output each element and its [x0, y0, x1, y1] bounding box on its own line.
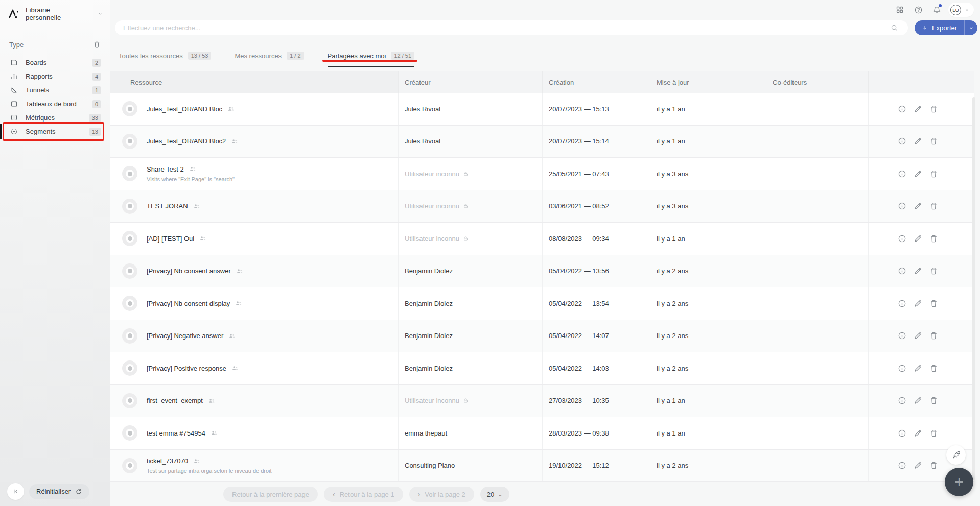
- sidebar-item-m-triques[interactable]: Métriques 33: [0, 111, 110, 125]
- column-header-creator[interactable]: Créateur: [398, 71, 542, 93]
- info-icon[interactable]: [898, 331, 906, 340]
- delete-trash-icon[interactable]: [929, 461, 938, 470]
- sidebar-item-segments[interactable]: Segments 13: [0, 125, 110, 138]
- shared-users-icon: [189, 165, 196, 173]
- pagination-button[interactable]: ‹ Retour à la page 1: [324, 487, 403, 502]
- resource-name[interactable]: [Privacy] Negative answer: [147, 332, 223, 340]
- edit-pencil-icon[interactable]: [914, 461, 922, 470]
- delete-trash-icon[interactable]: [929, 202, 938, 210]
- resource-name[interactable]: [Privacy] Positive response: [147, 365, 226, 372]
- delete-trash-icon[interactable]: [929, 364, 938, 373]
- info-icon[interactable]: [898, 170, 906, 178]
- edit-pencil-icon[interactable]: [914, 137, 922, 146]
- export-button[interactable]: Exporter: [915, 20, 977, 35]
- active-indicator: [0, 124, 2, 139]
- delete-trash-icon[interactable]: [929, 331, 938, 340]
- chevron-down-icon: [98, 11, 103, 16]
- table-row[interactable]: first_event_exempt Utilisateur inconnu: [110, 385, 974, 418]
- tab[interactable]: Toutes les ressources 13 / 53: [119, 52, 211, 67]
- table-row[interactable]: [Privacy] Nb consent answer Benjamin Dio…: [110, 255, 974, 288]
- tab[interactable]: Partagées avec moi 12 / 51: [328, 52, 415, 67]
- resource-name[interactable]: [Privacy] Nb consent display: [147, 300, 230, 307]
- resource-name[interactable]: [Privacy] Nb consent answer: [147, 267, 231, 275]
- creator-name: Benjamin Diolez: [405, 267, 453, 275]
- edit-pencil-icon[interactable]: [914, 202, 922, 210]
- info-icon[interactable]: [898, 364, 906, 373]
- sidebar-item-boards[interactable]: Boards 2: [0, 56, 110, 69]
- table-row[interactable]: [Privacy] Negative answer Benjamin Diole…: [110, 320, 974, 353]
- info-icon[interactable]: [898, 137, 906, 146]
- table-row[interactable]: ticket_737070 Test sur partage intra org…: [110, 450, 974, 483]
- resource-name[interactable]: test emma #754954: [147, 429, 205, 437]
- table-row[interactable]: Jules_Test_OR/AND Bloc2 Jules Rivoal: [110, 126, 974, 158]
- resource-name[interactable]: Jules_Test_OR/AND Bloc2: [147, 137, 226, 145]
- edit-pencil-icon[interactable]: [914, 429, 922, 438]
- vertical-scrollbar[interactable]: [972, 97, 975, 480]
- sidebar-item-count: 0: [92, 100, 101, 108]
- table-row[interactable]: [Privacy] Positive response Benjamin Dio…: [110, 352, 974, 385]
- co-editors-cell: [766, 158, 868, 190]
- edit-pencil-icon[interactable]: [914, 331, 922, 340]
- feedback-rocket-button[interactable]: [946, 445, 966, 465]
- info-icon[interactable]: [898, 396, 906, 405]
- collapse-sidebar-button[interactable]: [7, 483, 24, 500]
- workspace-switcher[interactable]: Librairie personnelle: [0, 0, 110, 28]
- resource-name[interactable]: Jules_Test_OR/AND Bloc: [147, 105, 222, 113]
- delete-trash-icon[interactable]: [929, 105, 938, 113]
- search-input[interactable]: [115, 20, 908, 35]
- segment-icon: [122, 425, 137, 441]
- edit-pencil-icon[interactable]: [914, 364, 922, 373]
- add-resource-fab[interactable]: +: [945, 468, 973, 496]
- delete-trash-icon[interactable]: [929, 137, 938, 146]
- edit-pencil-icon[interactable]: [914, 267, 922, 275]
- edit-pencil-icon[interactable]: [914, 299, 922, 308]
- edit-pencil-icon[interactable]: [914, 170, 922, 178]
- table-row[interactable]: TEST JORAN Utilisateur inconnu: [110, 190, 974, 223]
- creator-name: Utilisateur inconnu: [405, 170, 459, 178]
- table-row[interactable]: [AD] [TEST] Oui Utilisateur inconnu: [110, 223, 974, 255]
- pagination-button[interactable]: › Voir la page 2: [409, 487, 474, 502]
- creator-name: Utilisateur inconnu: [405, 397, 459, 404]
- workspace-title: Librairie personnelle: [26, 6, 84, 21]
- sidebar-item-rapports[interactable]: Rapports 4: [0, 69, 110, 83]
- table-row[interactable]: Share Test 2 Visits where "Exit Page" is…: [110, 158, 974, 190]
- edit-pencil-icon[interactable]: [914, 396, 922, 405]
- delete-trash-icon[interactable]: [929, 234, 938, 243]
- sidebar-item-tableaux-de-bord[interactable]: Tableaux de bord 0: [0, 97, 110, 111]
- delete-trash-icon[interactable]: [929, 429, 938, 438]
- info-icon[interactable]: [898, 202, 906, 210]
- delete-trash-icon[interactable]: [929, 396, 938, 405]
- column-header-created[interactable]: Création: [542, 71, 650, 93]
- info-icon[interactable]: [898, 461, 906, 470]
- resource-name[interactable]: [AD] [TEST] Oui: [147, 235, 194, 243]
- edit-pencil-icon[interactable]: [914, 105, 922, 113]
- table-row[interactable]: test emma #754954 emma thepaut: [110, 417, 974, 450]
- resource-name[interactable]: Share Test 2: [147, 165, 184, 173]
- page-size-select[interactable]: 20 ⌄: [480, 487, 509, 502]
- column-header-resource[interactable]: Ressource: [110, 71, 398, 93]
- info-icon[interactable]: [898, 267, 906, 275]
- sidebar-item-tunnels[interactable]: Tunnels 1: [0, 83, 110, 97]
- tab[interactable]: Mes ressources 1 / 2: [235, 52, 304, 67]
- resource-name[interactable]: first_event_exempt: [147, 397, 203, 404]
- creator-name: Benjamin Diolez: [405, 332, 453, 340]
- column-header-coeditors[interactable]: Co-éditeurs: [766, 71, 868, 93]
- export-options-chevron[interactable]: [964, 20, 977, 35]
- clear-filter-trash-icon[interactable]: [93, 41, 101, 49]
- table-row[interactable]: [Privacy] Nb consent display Benjamin Di…: [110, 287, 974, 320]
- edit-pencil-icon[interactable]: [914, 234, 922, 243]
- segment-icon: [122, 296, 137, 311]
- delete-trash-icon[interactable]: [929, 299, 938, 308]
- delete-trash-icon[interactable]: [929, 267, 938, 275]
- delete-trash-icon[interactable]: [929, 170, 938, 178]
- resource-name[interactable]: TEST JORAN: [147, 202, 188, 210]
- info-icon[interactable]: [898, 105, 906, 113]
- column-header-updated[interactable]: Mise à jour: [650, 71, 766, 93]
- resource-name[interactable]: ticket_737070: [147, 457, 188, 465]
- reset-filters-button[interactable]: Réinitialiser: [29, 484, 89, 499]
- table-row[interactable]: Jules_Test_OR/AND Bloc Jules Rivoal: [110, 93, 974, 126]
- pagination-button[interactable]: Retour à la première page: [223, 487, 318, 502]
- info-icon[interactable]: [898, 234, 906, 243]
- info-icon[interactable]: [898, 429, 906, 438]
- info-icon[interactable]: [898, 299, 906, 308]
